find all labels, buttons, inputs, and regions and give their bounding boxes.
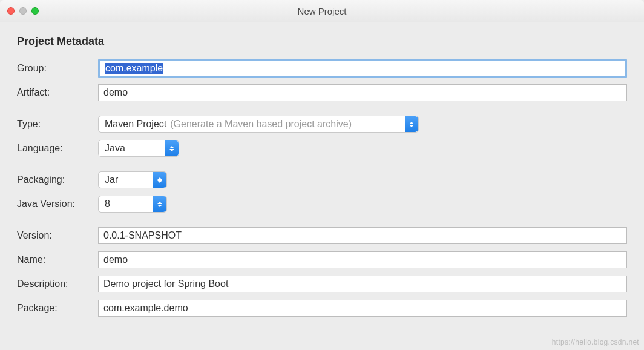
- package-input[interactable]: [98, 300, 627, 317]
- label-language: Language:: [17, 143, 98, 154]
- group-input[interactable]: [100, 61, 625, 76]
- java-version-select[interactable]: 8: [98, 196, 167, 213]
- window-title: New Project: [6, 6, 638, 16]
- label-version: Version:: [17, 230, 98, 241]
- window-zoom-button[interactable]: [31, 7, 39, 15]
- label-description: Description:: [17, 279, 98, 289]
- updown-icon: [153, 172, 166, 188]
- label-packaging: Packaging:: [17, 174, 98, 185]
- name-input[interactable]: [98, 251, 627, 268]
- row-type: Type: Maven Project (Generate a Maven ba…: [17, 112, 627, 136]
- row-packaging: Packaging: Jar: [17, 168, 627, 192]
- updown-icon: [405, 116, 418, 132]
- new-project-window: New Project Project Metadata Group: Arti…: [0, 0, 644, 350]
- group-input-focus-ring: [98, 59, 627, 78]
- row-description: Description:: [17, 272, 627, 296]
- version-input[interactable]: [98, 227, 627, 244]
- java-version-select-value: 8: [105, 199, 110, 210]
- row-java-version: Java Version: 8: [17, 192, 627, 216]
- titlebar: New Project: [0, 0, 644, 22]
- row-package: Package:: [17, 296, 627, 320]
- label-artifact: Artifact:: [17, 87, 98, 98]
- row-language: Language: Java: [17, 136, 627, 160]
- language-select[interactable]: Java: [98, 140, 179, 157]
- type-select-value: Maven Project: [105, 119, 166, 130]
- updown-icon: [153, 196, 166, 212]
- form-content: Project Metadata Group: Artifact: Type: …: [0, 22, 644, 350]
- language-select-value: Java: [105, 143, 125, 154]
- type-select-hint: (Generate a Maven based project archive): [170, 119, 352, 130]
- row-version: Version:: [17, 223, 627, 248]
- label-package: Package:: [17, 303, 98, 314]
- row-artifact: Artifact:: [17, 81, 627, 105]
- type-select[interactable]: Maven Project (Generate a Maven based pr…: [98, 116, 419, 133]
- window-close-button[interactable]: [7, 7, 15, 15]
- row-group: Group:: [17, 56, 627, 81]
- window-minimize-button[interactable]: [19, 7, 27, 15]
- row-name: Name:: [17, 248, 627, 272]
- label-group: Group:: [17, 63, 98, 74]
- label-java-version: Java Version:: [17, 199, 98, 210]
- window-controls: [7, 7, 39, 15]
- label-type: Type:: [17, 119, 98, 130]
- section-title: Project Metadata: [17, 35, 627, 48]
- packaging-select-value: Jar: [105, 174, 118, 185]
- description-input[interactable]: [98, 276, 627, 292]
- label-name: Name:: [17, 254, 98, 265]
- watermark: https://hello.blog.csdn.net: [552, 338, 639, 346]
- packaging-select[interactable]: Jar: [98, 171, 167, 188]
- artifact-input[interactable]: [98, 84, 627, 101]
- updown-icon: [165, 140, 179, 156]
